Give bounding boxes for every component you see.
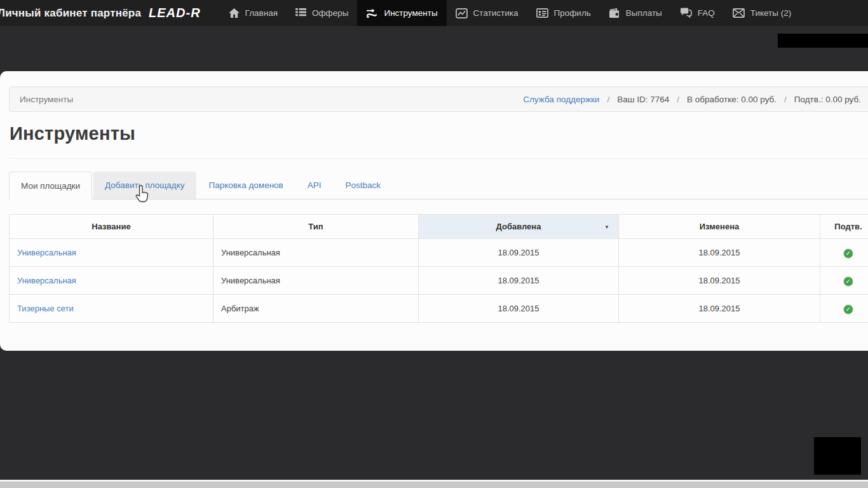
support-link[interactable]: Служба поддержки <box>523 95 599 104</box>
top-navbar: Личный кабинет партнёра LEAD-R Главная О… <box>0 0 868 26</box>
nav-item-tools[interactable]: Инструменты <box>357 0 446 26</box>
table-row: Универсальная Универсальная 18.09.2015 1… <box>10 267 868 295</box>
user-id: Ваш ID: 7764 <box>617 95 669 104</box>
nav-item-payments[interactable]: Выплаты <box>600 0 671 26</box>
changed-date-cell: 18.09.2015 <box>619 267 820 295</box>
nav-item-label: FAQ <box>698 8 715 18</box>
title-divider <box>9 158 868 159</box>
offers-icon <box>295 8 306 18</box>
bottom-edge-strip <box>0 480 868 488</box>
account-summary: Служба поддержки / Ваш ID: 7764 / В обра… <box>523 95 861 104</box>
confirmed-cell: ✓ <box>820 295 868 323</box>
tab-api[interactable]: API <box>296 172 333 199</box>
nav-item-label: Профиль <box>554 8 591 18</box>
added-date-cell: 18.09.2015 <box>419 239 619 267</box>
verified-check-icon: ✓ <box>844 305 853 314</box>
changed-date-cell: 18.09.2015 <box>619 239 820 267</box>
faq-icon <box>680 8 692 18</box>
nav-menu: Главная Офферы Инструменты Статистика Пр… <box>220 0 801 26</box>
nav-item-faq[interactable]: FAQ <box>671 0 724 26</box>
platform-link[interactable]: Универсальная <box>17 248 76 257</box>
content-card: Инструменты Служба поддержки / Ваш ID: 7… <box>0 71 868 351</box>
header-added-label: Добавлена <box>496 222 541 231</box>
nav-item-statistics[interactable]: Статистика <box>447 0 527 26</box>
added-date-cell: 18.09.2015 <box>419 295 619 323</box>
separator: / <box>677 95 679 104</box>
header-added[interactable]: Добавлена ▼ <box>419 215 619 239</box>
censored-region-top <box>778 34 868 48</box>
header-name[interactable]: Название <box>10 215 214 239</box>
verified-check-icon: ✓ <box>844 277 853 286</box>
platform-name-cell: Универсальная <box>10 239 214 267</box>
page-title: Инструменты <box>10 123 135 144</box>
nav-item-label: Тикеты (2) <box>750 8 791 18</box>
platform-type-cell: Арбитраж <box>214 295 419 323</box>
platform-link[interactable]: Универсальная <box>17 276 76 285</box>
table-row: Тизерные сети Арбитраж 18.09.2015 18.09.… <box>10 295 868 323</box>
confirmed-balance: Подтв.: 0.00 руб. <box>794 95 861 104</box>
nav-item-profile[interactable]: Профиль <box>527 0 600 26</box>
nav-item-label: Инструменты <box>384 8 437 18</box>
verified-check-icon: ✓ <box>844 249 853 258</box>
breadcrumb-current: Инструменты <box>20 95 73 104</box>
header-type[interactable]: Тип <box>214 215 419 239</box>
platform-type-cell: Универсальная <box>214 267 419 295</box>
table-row: Универсальная Универсальная 18.09.2015 1… <box>10 239 868 267</box>
nav-item-label: Офферы <box>312 8 348 18</box>
changed-date-cell: 18.09.2015 <box>619 295 820 323</box>
added-date-cell: 18.09.2015 <box>419 267 619 295</box>
processing-balance: В обработке: 0.00 руб. <box>687 95 776 104</box>
nav-item-label: Главная <box>245 8 278 18</box>
table-header-row: Название Тип Добавлена ▼ Изменена Подтв. <box>10 215 868 239</box>
tickets-icon <box>733 8 745 18</box>
nav-item-label: Статистика <box>473 8 519 18</box>
home-icon <box>229 8 240 18</box>
profile-icon <box>536 8 548 18</box>
breadcrumb: Инструменты Служба поддержки / Ваш ID: 7… <box>9 86 868 112</box>
tabs: Мои площадки Добавить площадку Парковка … <box>9 172 868 200</box>
tab-my-platforms[interactable]: Мои площадки <box>9 172 92 200</box>
header-confirmed[interactable]: Подтв. <box>820 215 868 239</box>
nav-item-label: Выплаты <box>626 8 662 18</box>
tab-domain-parking[interactable]: Парковка доменов <box>198 172 295 199</box>
brand: Личный кабинет партнёра LEAD-R <box>0 0 201 26</box>
nav-item-offers[interactable]: Офферы <box>287 0 357 26</box>
header-changed[interactable]: Изменена <box>619 215 820 239</box>
platform-type-cell: Универсальная <box>214 239 419 267</box>
tab-add-platform[interactable]: Добавить площадку <box>93 172 196 199</box>
brand-title: Личный кабинет партнёра <box>0 7 141 20</box>
confirmed-cell: ✓ <box>820 267 868 295</box>
tab-postback[interactable]: Postback <box>334 172 393 199</box>
nav-item-home[interactable]: Главная <box>220 0 287 26</box>
nav-item-tickets[interactable]: Тикеты (2) <box>724 0 800 26</box>
separator: / <box>784 95 787 104</box>
tools-icon <box>366 8 378 18</box>
stats-icon <box>456 8 468 18</box>
platform-link[interactable]: Тизерные сети <box>17 304 74 313</box>
brand-logo: LEAD-R <box>149 6 201 20</box>
platform-name-cell: Тизерные сети <box>10 295 214 323</box>
payments-icon <box>609 8 620 18</box>
separator: / <box>607 95 609 104</box>
sort-desc-icon: ▼ <box>604 224 609 229</box>
censored-region-bottom <box>814 437 861 475</box>
confirmed-cell: ✓ <box>820 239 868 267</box>
platform-name-cell: Универсальная <box>10 267 214 295</box>
platforms-table: Название Тип Добавлена ▼ Изменена Подтв.… <box>9 214 868 323</box>
